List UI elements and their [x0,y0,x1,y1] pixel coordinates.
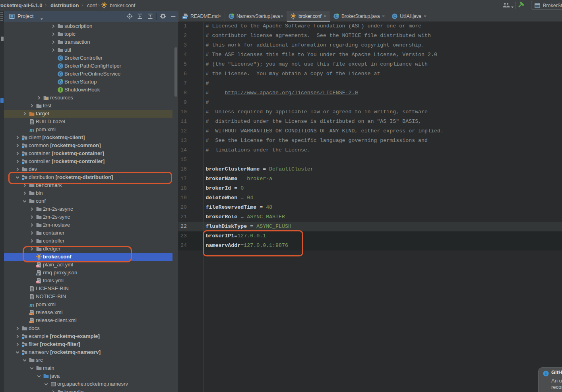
svg-text:MD: MD [183,16,186,19]
svg-text:C: C [393,14,396,19]
svg-text:C: C [59,64,62,68]
svg-text:YML: YML [36,281,40,283]
svg-text:<>: <> [29,313,32,315]
svg-text:m: m [29,302,34,308]
svg-text:YML: YML [36,265,40,267]
svg-text:<>: <> [29,321,32,323]
svg-text:C: C [59,56,62,60]
svg-text:I: I [60,88,61,92]
svg-text:C: C [59,72,62,76]
svg-text:m: m [29,127,34,133]
svg-text:{ }: { } [36,273,40,276]
